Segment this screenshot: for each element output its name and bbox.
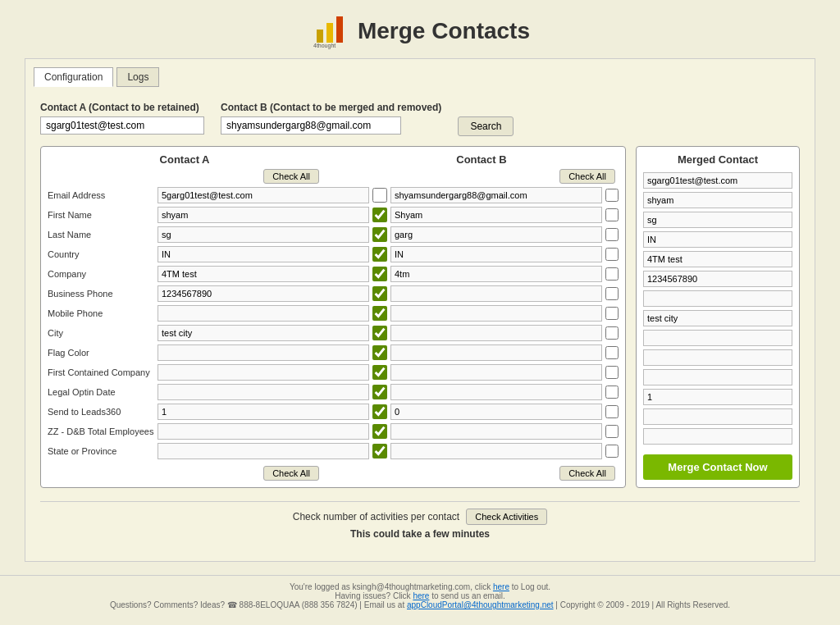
checkbox-a-2[interactable] (372, 227, 387, 242)
field-input-a-12[interactable] (158, 423, 369, 440)
merged-input-12[interactable] (643, 408, 792, 425)
field-row: Country (48, 246, 619, 262)
tab-logs[interactable]: Logs (116, 67, 159, 87)
svg-rect-0 (317, 30, 323, 43)
tab-configuration[interactable]: Configuration (34, 67, 113, 87)
search-button[interactable]: Search (458, 116, 514, 136)
main-container: Configuration Logs Contact A (Contact to… (25, 58, 815, 562)
email-link[interactable]: appCloudPortal@4thoughtmarketing.net (407, 600, 554, 609)
field-row: Business Phone (48, 285, 619, 302)
checkbox-b-10[interactable] (605, 385, 619, 399)
field-input-b-12[interactable] (390, 423, 602, 440)
merged-input-5[interactable] (643, 271, 792, 287)
field-input-b-0[interactable] (390, 187, 602, 203)
checkbox-b-0[interactable] (605, 189, 619, 202)
merged-input-11[interactable] (643, 389, 792, 405)
field-input-b-1[interactable] (390, 207, 602, 223)
merged-input-8[interactable] (643, 330, 792, 346)
checkbox-a-1[interactable] (372, 208, 387, 222)
merged-input-0[interactable] (643, 172, 792, 189)
checkbox-a-4[interactable] (372, 267, 387, 281)
field-input-a-9[interactable] (158, 364, 369, 381)
checkbox-a-0[interactable] (372, 188, 387, 203)
field-input-b-7[interactable] (390, 325, 602, 341)
merged-input-9[interactable] (643, 349, 792, 366)
issue-link[interactable]: here (413, 591, 429, 600)
checkbox-b-3[interactable] (605, 248, 619, 261)
field-label-11: Send to Leads360 (48, 407, 154, 417)
checkbox-b-9[interactable] (605, 366, 619, 379)
field-input-a-2[interactable] (158, 226, 369, 243)
field-input-a-13[interactable] (158, 443, 369, 459)
field-input-a-4[interactable] (158, 266, 369, 282)
field-input-a-0[interactable] (158, 187, 369, 203)
checkbox-a-10[interactable] (372, 385, 387, 399)
merged-input-3[interactable] (643, 231, 792, 248)
checkbox-b-11[interactable] (605, 405, 619, 418)
field-input-a-5[interactable] (158, 285, 369, 302)
checkbox-b-1[interactable] (605, 208, 619, 221)
checkbox-a-9[interactable] (372, 365, 387, 380)
field-input-a-6[interactable] (158, 305, 369, 322)
logout-link[interactable]: here (493, 582, 509, 591)
checkbox-b-7[interactable] (605, 326, 619, 340)
check-activities-button[interactable]: Check Activities (466, 509, 547, 525)
contact-inputs-row: Contact A (Contact to be retained) Conta… (40, 102, 800, 136)
checkbox-a-8[interactable] (372, 345, 387, 360)
field-input-a-8[interactable] (158, 344, 369, 361)
merged-input-10[interactable] (643, 369, 792, 385)
check-all-b-bottom[interactable]: Check All (559, 466, 615, 481)
field-row: State or Province (48, 443, 619, 459)
checkbox-b-2[interactable] (605, 228, 619, 241)
field-label-10: Legal Optin Date (48, 387, 154, 397)
field-input-a-1[interactable] (158, 207, 369, 223)
field-input-b-5[interactable] (390, 285, 602, 302)
field-input-a-7[interactable] (158, 325, 369, 341)
field-input-b-6[interactable] (390, 305, 602, 322)
field-input-b-10[interactable] (390, 384, 602, 400)
merged-input-7[interactable] (643, 310, 792, 326)
field-input-a-10[interactable] (158, 384, 369, 400)
contacts-panel: Contact A Contact B Check All Check All … (40, 146, 626, 488)
merge-now-button[interactable]: Merge Contact Now (643, 454, 792, 480)
field-input-b-2[interactable] (390, 226, 602, 243)
check-all-a-top[interactable]: Check All (263, 169, 319, 184)
field-row: Flag Color (48, 344, 619, 361)
merged-input-4[interactable] (643, 251, 792, 267)
checkbox-b-6[interactable] (605, 307, 619, 320)
field-input-a-3[interactable] (158, 246, 369, 262)
checkbox-b-12[interactable] (605, 425, 619, 438)
field-row: Legal Optin Date (48, 384, 619, 400)
field-label-5: Business Phone (48, 289, 154, 299)
checkbox-a-7[interactable] (372, 326, 387, 340)
footer-section: Check number of activities per contact C… (40, 501, 800, 546)
merged-input-6[interactable] (643, 290, 792, 307)
checkbox-b-8[interactable] (605, 346, 619, 359)
checkbox-b-5[interactable] (605, 287, 619, 300)
contact-b-input[interactable] (221, 116, 401, 135)
checkbox-a-12[interactable] (372, 424, 387, 439)
field-input-b-11[interactable] (390, 404, 602, 420)
field-input-b-13[interactable] (390, 443, 602, 459)
checkbox-a-3[interactable] (372, 247, 387, 262)
field-input-b-3[interactable] (390, 246, 602, 262)
contact-a-input[interactable] (40, 116, 204, 135)
checkbox-a-11[interactable] (372, 404, 387, 419)
footer-note: This could take a few minutes (40, 528, 800, 540)
merged-input-2[interactable] (643, 212, 792, 228)
check-all-b-top[interactable]: Check All (559, 169, 615, 184)
checkbox-a-5[interactable] (372, 286, 387, 301)
field-input-b-8[interactable] (390, 344, 602, 361)
check-all-a-bottom[interactable]: Check All (263, 466, 319, 481)
bottom-footer: You're logged as ksingh@4thoughtmarketin… (0, 575, 840, 616)
merged-input-1[interactable] (643, 192, 792, 208)
field-input-b-4[interactable] (390, 266, 602, 282)
check-activities-row: Check number of activities per contact C… (40, 509, 800, 525)
field-input-b-9[interactable] (390, 364, 602, 381)
checkbox-a-13[interactable] (372, 444, 387, 458)
checkbox-b-13[interactable] (605, 445, 619, 458)
checkbox-b-4[interactable] (605, 267, 619, 281)
merged-input-13[interactable] (643, 428, 792, 445)
checkbox-a-6[interactable] (372, 306, 387, 321)
field-input-a-11[interactable] (158, 404, 369, 420)
